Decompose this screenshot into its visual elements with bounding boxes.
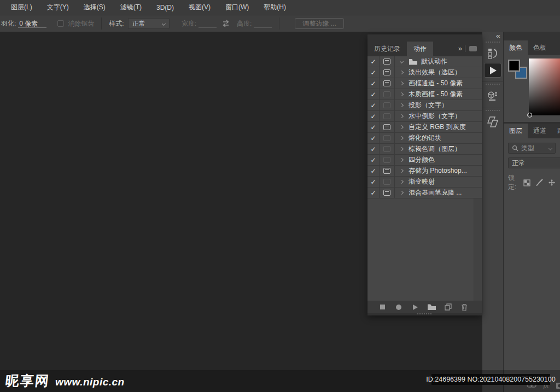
action-dialog-toggle[interactable] [380,67,395,78]
new-action-set-button[interactable] [423,302,440,313]
menu-item[interactable]: 3D(D) [153,4,177,11]
action-set-row[interactable]: ✓ 默认动作 [368,56,482,67]
history-panel-button[interactable] [483,45,502,62]
action-row[interactable]: ✓ 自定义 RGB 到灰度 [368,122,482,133]
tab-history[interactable]: 历史记录 [368,42,407,56]
move-icon [548,179,556,186]
action-dialog-toggle[interactable] [380,188,395,198]
action-toggle-checkbox[interactable]: ✓ [368,122,380,132]
refine-edge-button[interactable]: 调整边缘 ... [295,18,343,29]
action-row[interactable]: ✓ 画框通道 - 50 像素 [368,78,482,89]
collapse-panel-icon[interactable]: » [458,46,461,51]
layer-comps-panel-button[interactable] [483,114,502,130]
action-dialog-toggle[interactable] [380,155,395,165]
action-row[interactable]: ✓ 渐变映射 [368,177,482,188]
menu-item[interactable]: 滤镜(T) [117,3,145,12]
action-row[interactable]: ✓ 水中倒影（文字） [368,111,482,122]
begin-recording-button[interactable] [390,302,407,313]
tab-paths[interactable]: 路径 [552,124,560,138]
action-dialog-toggle[interactable] [380,111,395,121]
action-toggle-checkbox[interactable]: ✓ [368,188,380,198]
color-gradient-field[interactable] [529,58,560,115]
action-expand-arrow[interactable] [395,188,409,198]
menu-item[interactable]: 窗口(W) [222,3,252,12]
width-input[interactable] [199,20,217,28]
action-expand-arrow[interactable] [395,78,409,89]
tab-color[interactable]: 颜色 [504,40,528,55]
antialias-checkbox[interactable] [57,20,64,27]
check-icon: ✓ [370,156,376,164]
style-dropdown[interactable]: 正常 [128,18,170,29]
action-row[interactable]: ✓ 混合器画笔克隆 ... [368,188,482,198]
action-row[interactable]: ✓ 淡出效果（选区） [368,67,482,78]
stop-playing-button[interactable] [374,302,390,313]
action-dialog-toggle[interactable] [380,122,395,132]
play-selection-button[interactable] [407,302,423,313]
blend-mode-dropdown[interactable]: 正常 [508,157,560,168]
action-toggle-checkbox[interactable]: ✓ [368,100,380,110]
tab-channels[interactable]: 通道 [528,124,552,138]
action-row[interactable]: ✓ 棕褐色调（图层） [368,144,482,155]
feather-input[interactable]: 0 像素 [18,20,46,28]
check-icon: ✓ [370,189,376,197]
action-expand-arrow[interactable] [395,111,409,121]
action-toggle-checkbox[interactable]: ✓ [368,177,380,187]
action-dialog-toggle[interactable] [380,144,395,154]
menu-item[interactable]: 图层(L) [8,3,36,12]
menu-item[interactable]: 帮助(H) [260,3,289,12]
tab-swatches[interactable]: 色板 [528,40,552,55]
3d-panel-button[interactable] [483,87,502,104]
new-action-button[interactable] [440,302,456,313]
action-toggle-checkbox[interactable]: ✓ [368,144,380,154]
action-toggle-checkbox[interactable]: ✓ [368,111,380,121]
action-dialog-toggle[interactable] [380,56,395,67]
action-toggle-checkbox[interactable]: ✓ [368,56,380,67]
menu-item[interactable]: 选择(S) [80,3,109,12]
action-expand-arrow[interactable] [395,133,409,143]
action-toggle-checkbox[interactable]: ✓ [368,67,380,78]
action-dialog-toggle[interactable] [380,100,395,110]
panel-resize-edge[interactable] [368,313,482,315]
action-dialog-toggle[interactable] [380,133,395,143]
action-toggle-checkbox[interactable]: ✓ [368,78,380,89]
action-row[interactable]: ✓ 四分颜色 [368,155,482,166]
chevron-icon [400,136,404,140]
layer-filter-dropdown[interactable]: 类型 [508,143,556,154]
action-expand-arrow[interactable] [395,177,409,187]
action-expand-arrow[interactable] [395,155,409,165]
height-input[interactable] [254,20,272,28]
action-expand-arrow[interactable] [395,166,409,176]
delete-button[interactable] [456,302,472,313]
lock-pixels-button[interactable] [535,179,543,186]
action-dialog-toggle[interactable] [380,177,395,187]
action-row[interactable]: ✓ 存储为 Photoshop... [368,166,482,177]
action-toggle-checkbox[interactable]: ✓ [368,166,380,176]
panel-menu-icon[interactable] [469,46,477,51]
lock-transparency-button[interactable] [523,179,530,186]
action-dialog-toggle[interactable] [380,166,395,176]
action-dialog-toggle[interactable] [380,89,395,100]
action-row[interactable]: ✓ 投影（文字） [368,100,482,111]
foreground-color-swatch[interactable] [508,60,520,72]
action-toggle-checkbox[interactable]: ✓ [368,133,380,143]
swap-dimensions-icon[interactable] [221,20,230,27]
lock-position-button[interactable] [548,179,556,186]
action-row[interactable]: ✓ 熔化的铅块 [368,133,482,144]
action-expand-arrow[interactable] [395,100,409,110]
tab-layers[interactable]: 图层 [504,124,528,138]
action-expand-arrow[interactable] [395,67,409,78]
action-toggle-checkbox[interactable]: ✓ [368,155,380,165]
add-mask-button[interactable] [556,382,560,389]
action-dialog-toggle[interactable] [380,78,395,89]
action-expand-arrow[interactable] [395,122,409,132]
color-cursor[interactable] [527,113,532,118]
action-toggle-checkbox[interactable]: ✓ [368,89,380,100]
action-expand-arrow[interactable] [395,56,409,67]
actions-panel-button[interactable] [484,63,501,78]
action-expand-arrow[interactable] [395,144,409,154]
action-expand-arrow[interactable] [395,89,409,100]
action-row[interactable]: ✓ 木质画框 - 50 像素 [368,89,482,100]
menu-item[interactable]: 文字(Y) [44,3,72,12]
tab-actions[interactable]: 动作 [407,42,433,56]
menu-item[interactable]: 视图(V) [185,3,214,12]
